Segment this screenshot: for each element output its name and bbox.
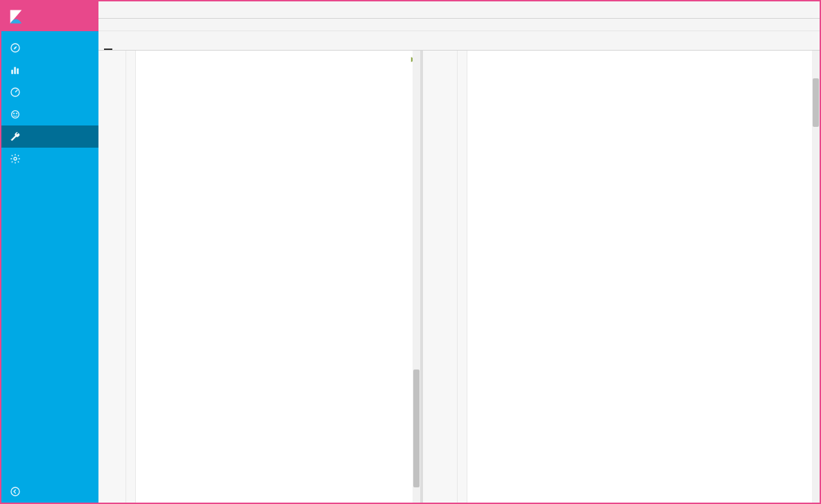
line-gutter-right: [423, 51, 458, 503]
tabs: [98, 31, 820, 51]
svg-point-5: [12, 111, 19, 119]
svg-rect-2: [15, 67, 16, 73]
timelion-icon: [10, 109, 21, 120]
collapse-icon: [10, 486, 21, 497]
line-gutter-left: [98, 51, 126, 503]
sidebar-item-devtools[interactable]: [1, 125, 98, 148]
request-code[interactable]: [136, 51, 420, 503]
svg-point-6: [13, 113, 15, 114]
sidebar: [1, 1, 98, 503]
response-viewer[interactable]: [423, 51, 820, 503]
sidebar-item-discover[interactable]: [1, 37, 98, 59]
breadcrumb: [98, 1, 820, 19]
scrollbar-thumb[interactable]: [413, 370, 420, 487]
sidebar-item-dashboard[interactable]: [1, 81, 98, 103]
kibana-logo-icon: [8, 9, 24, 24]
svg-rect-3: [17, 69, 19, 73]
nav: [1, 31, 98, 480]
request-editor[interactable]: ▶: [98, 51, 423, 503]
scrollbar-thumb[interactable]: [813, 78, 819, 127]
svg-point-7: [16, 113, 17, 114]
sidebar-item-visualize[interactable]: [1, 59, 98, 81]
sidebar-item-management[interactable]: [1, 148, 98, 170]
scrollbar-left[interactable]: [413, 51, 420, 503]
console-panes: ▶ ⋮: [98, 51, 820, 503]
brand-logo[interactable]: [1, 1, 98, 31]
sidebar-item-timelion[interactable]: [1, 103, 98, 125]
tab-console[interactable]: [104, 43, 112, 50]
compass-icon: [10, 42, 21, 53]
fold-gutter-right: [458, 51, 467, 503]
svg-point-8: [14, 157, 17, 160]
main: ▶ ⋮: [98, 1, 820, 503]
fold-gutter-left: [126, 51, 136, 503]
gauge-icon: [10, 87, 21, 98]
wrench-icon: [10, 131, 21, 142]
gear-icon: [10, 153, 21, 164]
svg-rect-1: [12, 70, 13, 73]
scrollbar-right[interactable]: [812, 51, 820, 503]
toolbar-spacer: [98, 19, 820, 31]
collapse-button[interactable]: [1, 480, 98, 503]
bar-chart-icon: [10, 64, 21, 76]
svg-point-9: [11, 487, 19, 496]
response-code: [467, 51, 820, 503]
